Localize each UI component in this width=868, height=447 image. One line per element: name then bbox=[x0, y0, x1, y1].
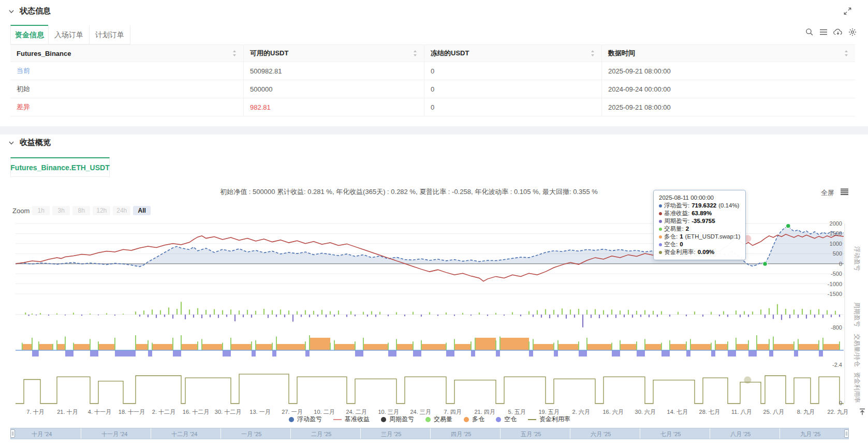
section-divider bbox=[0, 126, 868, 135]
svg-text:1000: 1000 bbox=[830, 241, 842, 247]
profit-tabs: Futures_Binance.ETH_USDT bbox=[10, 157, 109, 177]
sort-icon[interactable] bbox=[844, 50, 849, 57]
zoom-3h-button[interactable]: 3h bbox=[52, 206, 70, 215]
series-dot bbox=[659, 251, 662, 254]
svg-text:24. 三月: 24. 三月 bbox=[410, 409, 431, 415]
navigator-month-label: 九月 '25 bbox=[800, 430, 820, 438]
legend-item[interactable]: 交易量 bbox=[425, 415, 452, 424]
svg-text:13. 一月: 13. 一月 bbox=[249, 409, 270, 415]
series-dot bbox=[659, 220, 662, 223]
fullscreen-icon[interactable] bbox=[844, 7, 851, 15]
col-header: Futures_Binance bbox=[17, 50, 71, 57]
zoom-8h-button[interactable]: 8h bbox=[72, 206, 90, 215]
svg-text:-2.4: -2.4 bbox=[832, 362, 842, 368]
col-header: 数据时间 bbox=[608, 49, 635, 58]
series-dot bbox=[659, 212, 662, 215]
chart-navigator[interactable]: 十月 '24十一月 '24十二月 '24一月 '25二月 '25三月 '25四月… bbox=[10, 428, 849, 439]
search-icon[interactable] bbox=[805, 28, 814, 36]
navigator-month-label: 二月 '25 bbox=[311, 430, 331, 438]
navigator-separator bbox=[290, 428, 291, 439]
navigator-left-handle[interactable] bbox=[10, 429, 15, 438]
status-tabs: 资金信息 入场订单 计划订单 bbox=[10, 25, 130, 44]
current-link[interactable]: 当前 bbox=[17, 66, 30, 76]
legend-marker bbox=[464, 417, 469, 422]
sort-icon[interactable] bbox=[413, 50, 418, 57]
zoom-12h-button[interactable]: 12h bbox=[93, 206, 110, 215]
chart-tooltip: 2025-08-11 00:00:00 浮动盈亏: 719.6322 (0.14… bbox=[653, 190, 746, 260]
navigator-separator bbox=[81, 428, 81, 439]
svg-text:4. 十一月: 4. 十一月 bbox=[88, 409, 111, 415]
svg-text:-800: -800 bbox=[831, 324, 842, 331]
svg-text:10. 三月: 10. 三月 bbox=[378, 409, 399, 415]
svg-text:21. 十月: 21. 十月 bbox=[57, 409, 78, 415]
navigator-month-label: 三月 '25 bbox=[381, 430, 401, 438]
settings-gear-icon[interactable] bbox=[848, 28, 857, 36]
svg-text:1500: 1500 bbox=[830, 230, 842, 236]
svg-text:7. 四月: 7. 四月 bbox=[444, 409, 461, 415]
navigator-month-label: 四月 '25 bbox=[451, 430, 471, 438]
legend-item[interactable]: 资金利用率 bbox=[528, 415, 570, 424]
zoom-24h-button[interactable]: 24h bbox=[113, 206, 130, 215]
zoom-controls: Zoom 1h 3h 8h 12h 24h All bbox=[12, 206, 151, 215]
svg-text:16. 十二月: 16. 十二月 bbox=[183, 409, 209, 415]
status-toolbar bbox=[805, 28, 857, 36]
tooltip-date: 2025-08-11 00:00:00 bbox=[659, 194, 740, 202]
svg-text:周期盈亏: 周期盈亏 bbox=[854, 302, 861, 327]
legend-marker bbox=[496, 417, 501, 422]
navigator-separator bbox=[640, 428, 640, 439]
cloud-download-icon[interactable] bbox=[833, 28, 843, 36]
zoom-1h-button[interactable]: 1h bbox=[32, 206, 50, 215]
collapse-chevron-icon[interactable] bbox=[8, 140, 14, 146]
status-section-title: 状态信息 bbox=[20, 6, 51, 16]
svg-text:30. 十二月: 30. 十二月 bbox=[215, 409, 241, 415]
svg-text:0: 0 bbox=[839, 400, 842, 406]
svg-text:浮动盈亏: 浮动盈亏 bbox=[854, 246, 861, 271]
chart-toolbox-icon[interactable] bbox=[840, 188, 849, 196]
legend-item[interactable]: 周期盈亏 bbox=[381, 415, 414, 424]
dashboard-page: 状态信息 资金信息 入场订单 计划订单 Futures_Binance 可用的U… bbox=[0, 0, 868, 447]
series-dot bbox=[659, 235, 662, 239]
chart-legend: 浮动盈亏基准收益周期盈亏交易量多仓空仓资金利用率 bbox=[16, 415, 844, 424]
navigator-month-label: 五月 '25 bbox=[521, 430, 541, 438]
tab-fund-info[interactable]: 资金信息 bbox=[10, 25, 49, 44]
fund-table: Futures_Binance 可用的USDT 冻结的USDT 数据时间 当前 … bbox=[10, 44, 855, 116]
tab-entry-orders[interactable]: 入场订单 bbox=[48, 25, 90, 44]
tab-symbol[interactable]: Futures_Binance.ETH_USDT bbox=[10, 157, 110, 177]
navigator-month-label: 八月 '25 bbox=[730, 430, 751, 438]
sort-icon[interactable] bbox=[590, 50, 595, 57]
legend-item[interactable]: 基准收益 bbox=[333, 415, 370, 424]
svg-text:11. 八月: 11. 八月 bbox=[731, 409, 752, 415]
svg-text:-1500: -1500 bbox=[828, 291, 842, 297]
navigator-month-label: 六月 '25 bbox=[591, 430, 611, 438]
navigator-separator bbox=[779, 428, 780, 439]
legend-item[interactable]: 浮动盈亏 bbox=[289, 415, 322, 424]
legend-item[interactable]: 多仓 bbox=[464, 415, 484, 424]
svg-text:30. 六月: 30. 六月 bbox=[635, 409, 656, 415]
svg-text:-500: -500 bbox=[831, 271, 842, 277]
svg-text:28. 七月: 28. 七月 bbox=[699, 409, 720, 415]
svg-text:22. 九月: 22. 九月 bbox=[828, 409, 848, 415]
status-section-header: 状态信息 bbox=[8, 6, 51, 16]
navigator-right-handle[interactable] bbox=[844, 429, 849, 438]
navigator-separator bbox=[220, 428, 221, 439]
svg-text:5. 五月: 5. 五月 bbox=[508, 409, 526, 415]
svg-text:10. 二月: 10. 二月 bbox=[314, 409, 334, 415]
collapse-chevron-icon[interactable] bbox=[8, 8, 14, 14]
svg-text:2. 十二月: 2. 十二月 bbox=[152, 409, 175, 415]
legend-item[interactable]: 空仓 bbox=[496, 415, 517, 424]
tab-plan-orders[interactable]: 计划订单 bbox=[89, 25, 130, 44]
navigator-separator bbox=[360, 428, 361, 439]
series-dot bbox=[659, 204, 662, 207]
back-to-top-button[interactable] bbox=[857, 407, 867, 417]
navigator-month-label: 一月 '25 bbox=[241, 430, 261, 438]
profit-section-title: 收益概览 bbox=[20, 138, 51, 147]
sort-icon[interactable] bbox=[232, 50, 237, 57]
legend-marker bbox=[425, 417, 431, 422]
zoom-all-button[interactable]: All bbox=[133, 206, 151, 215]
navigator-separator bbox=[500, 428, 501, 439]
navigator-separator bbox=[151, 428, 151, 439]
menu-icon[interactable] bbox=[819, 28, 828, 36]
chart-fullscreen-button[interactable]: 全屏 bbox=[821, 188, 834, 198]
table-row-current: 当前 500982.81 0 2025-09-21 08:00:00 bbox=[10, 62, 855, 80]
table-row-difference: 差异 982.81 0 2025-09-21 08:00:00 bbox=[10, 98, 855, 116]
